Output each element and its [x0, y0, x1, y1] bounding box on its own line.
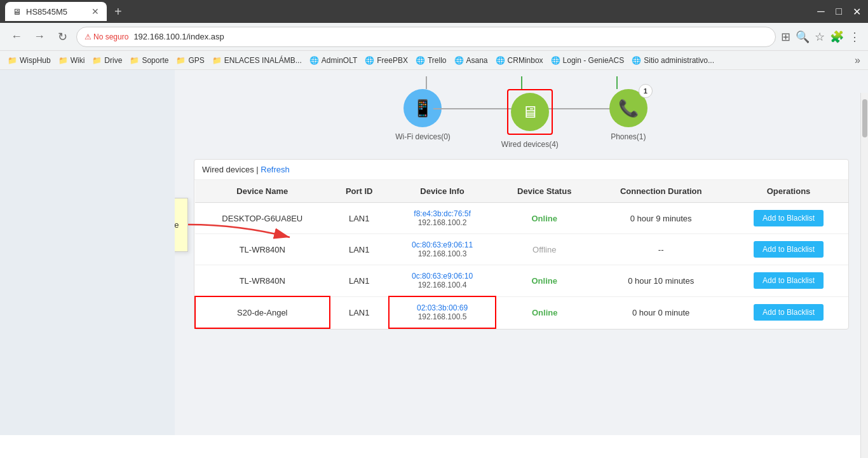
operations-cell: Add to Blacklist — [729, 265, 848, 297]
status-cell: Offline — [496, 234, 593, 265]
phones-badge: 1 — [639, 84, 653, 98]
add-to-blacklist-button[interactable]: Add to Blacklist — [754, 304, 824, 321]
tab-title: HS8545M5 — [26, 7, 67, 17]
forward-button[interactable]: → — [31, 28, 48, 46]
duration-cell: 0 hour 10 minutes — [593, 265, 729, 297]
add-to-blacklist-button[interactable]: Add to Blacklist — [754, 241, 824, 258]
port-id-cell: LAN1 — [330, 265, 389, 297]
device-name-cell-highlighted: S20-de-Angel — [195, 296, 330, 328]
col-connection-duration: Connection Duration — [593, 180, 729, 203]
bookmark-site-icon: 🌐 — [309, 56, 319, 65]
bookmark-soporte[interactable]: 📁 Soporte — [130, 56, 168, 65]
ip-address: 192.168.100.5 — [397, 312, 487, 321]
scrollbar[interactable] — [860, 93, 868, 458]
bookmark-icon[interactable]: ☆ — [815, 30, 825, 44]
table-row: TL-WR840N LAN1 0c:80:63:e9:06:10 192.168… — [195, 265, 848, 297]
ip-address: 192.168.100.4 — [397, 281, 488, 289]
tab-favicon: 🖥 — [13, 7, 21, 17]
bookmark-folder-icon: 📁 — [212, 56, 222, 65]
wired-devices-icon[interactable]: 🖥 Wired devices(4) — [501, 89, 559, 149]
refresh-link[interactable]: Refresh — [261, 165, 290, 174]
translate-icon[interactable]: ⊞ — [781, 30, 790, 44]
duration-cell: -- — [593, 234, 729, 265]
maximize-button[interactable]: □ — [832, 6, 845, 17]
col-device-status: Device Status — [496, 180, 593, 203]
bookmark-wiki[interactable]: 📁 Wiki — [58, 56, 85, 65]
operations-cell: Add to Blacklist — [729, 234, 848, 265]
status-online: Online — [532, 214, 557, 223]
device-info-cell: 0c:80:63:e9:06:10 192.168.100.4 — [389, 265, 496, 297]
main-content: 📱 Wi-Fi devices(0) 🖥 Wired devices(4) � — [175, 70, 868, 435]
annotation: Como podemos observar,el dispositivo tie… — [175, 198, 302, 252]
warning-icon: ⚠ — [85, 32, 92, 41]
bookmark-folder-icon: 📁 — [92, 56, 102, 65]
window-controls: ─ □ ✕ — [815, 6, 863, 18]
wired-devices-section: Como podemos observar,el dispositivo tie… — [194, 159, 849, 342]
bookmark-folder-icon: 📁 — [58, 56, 68, 65]
url-text: 192.168.100.1/index.asp — [133, 32, 224, 41]
status-online: Online — [532, 276, 557, 286]
close-button[interactable]: ✕ — [850, 6, 863, 18]
more-bookmarks-button[interactable]: » — [855, 55, 860, 66]
extensions-icon[interactable]: 🧩 — [830, 30, 844, 44]
status-cell: Online — [496, 265, 593, 297]
wired-devices-header: Wired devices | Refresh — [194, 160, 848, 180]
back-button[interactable]: ← — [8, 28, 25, 46]
bookmark-wisphub[interactable]: 📁 WispHub — [8, 56, 51, 65]
menu-icon[interactable]: ⋮ — [849, 30, 860, 44]
bookmark-site-icon: 🌐 — [632, 56, 641, 65]
device-info-cell: f8:e4:3b:dc:76:5f 192.168.100.2 — [389, 203, 496, 234]
bookmark-asana[interactable]: 🌐 Asana — [454, 56, 488, 65]
address-bar[interactable]: ⚠ No seguro 192.168.100.1/index.asp — [76, 27, 776, 47]
mac-address: 02:03:3b:00:69 — [397, 303, 487, 312]
bookmark-enlaces[interactable]: 📁 ENLACES INALÁMB... — [212, 56, 302, 65]
new-tab-button[interactable]: + — [114, 4, 122, 19]
bookmark-drive[interactable]: 📁 Drive — [92, 56, 122, 65]
duration-cell: 0 hour 0 minute — [593, 296, 729, 328]
device-info-cell: 0c:80:63:e9:06:11 192.168.100.3 — [389, 234, 496, 265]
bookmark-adminolt[interactable]: 🌐 AdminOLT — [309, 56, 357, 65]
bookmark-crminbox[interactable]: 🌐 CRMinbox — [496, 56, 543, 65]
add-to-blacklist-button[interactable]: Add to Blacklist — [754, 210, 824, 226]
page-scroll: 📱 Wi-Fi devices(0) 🖥 Wired devices(4) � — [175, 70, 868, 435]
add-to-blacklist-button[interactable]: Add to Blacklist — [754, 272, 824, 289]
page-layout: 📱 Wi-Fi devices(0) 🖥 Wired devices(4) � — [0, 70, 868, 435]
table-row-highlighted: S20-de-Angel LAN1 02:03:3b:00:69 192.168… — [195, 296, 848, 328]
mac-address: f8:e4:3b:dc:76:5f — [397, 209, 488, 218]
phones-label: Phones(1) — [611, 132, 646, 141]
annotation-arrow — [188, 205, 302, 244]
port-id-cell: LAN1 — [330, 203, 389, 234]
nav-icons: ⊞ 🔍 ☆ 🧩 ⋮ — [781, 30, 860, 44]
bookmark-site-icon: 🌐 — [496, 56, 505, 65]
browser-tab[interactable]: 🖥 HS8545M5 ✕ — [5, 2, 107, 21]
duration-cell: 0 hour 9 minutes — [593, 203, 729, 234]
navigation-bar: ← → ↻ ⚠ No seguro 192.168.100.1/index.as… — [0, 23, 868, 51]
ip-address: 192.168.100.3 — [397, 249, 488, 258]
mac-address: 0c:80:63:e9:06:11 — [397, 240, 488, 249]
bookmark-freepbx[interactable]: 🌐 FreePBX — [365, 56, 408, 65]
status-cell: Online — [496, 203, 593, 234]
wifi-devices-icon[interactable]: 📱 Wi-Fi devices(0) — [395, 89, 451, 141]
bookmark-genieacs[interactable]: 🌐 Login - GenieACS — [551, 56, 625, 65]
port-id-cell: LAN1 — [330, 296, 389, 328]
bookmark-sitio[interactable]: 🌐 Sitio administrativo... — [632, 56, 714, 65]
operations-cell: Add to Blacklist — [729, 203, 848, 234]
annotation-text: Como podemos observar,el dispositivo tie… — [175, 207, 179, 242]
status-cell: Online — [496, 296, 593, 328]
col-port-id: Port ID — [330, 180, 389, 203]
sidebar — [0, 70, 175, 435]
tab-close-button[interactable]: ✕ — [92, 6, 99, 17]
minimize-button[interactable]: ─ — [815, 6, 827, 17]
status-online: Online — [532, 308, 557, 317]
bookmark-trello[interactable]: 🌐 Trello — [416, 56, 447, 65]
phones-icon[interactable]: 📞 1 Phones(1) — [609, 89, 648, 141]
mac-address: 0c:80:63:e9:06:10 — [397, 272, 488, 281]
zoom-icon[interactable]: 🔍 — [796, 30, 810, 44]
wired-devices-circle: 🖥 — [511, 93, 549, 131]
bookmarks-bar: 📁 WispHub 📁 Wiki 📁 Drive 📁 Soporte 📁 GPS… — [0, 51, 868, 70]
title-bar: 🖥 HS8545M5 ✕ + ─ □ ✕ — [0, 0, 868, 23]
bookmark-gps[interactable]: 📁 GPS — [176, 56, 204, 65]
refresh-button[interactable]: ↻ — [53, 28, 71, 46]
browser-chrome: 🖥 HS8545M5 ✕ + ─ □ ✕ ← → ↻ ⚠ No seguro 1… — [0, 0, 868, 70]
ip-address: 192.168.100.2 — [397, 218, 488, 227]
